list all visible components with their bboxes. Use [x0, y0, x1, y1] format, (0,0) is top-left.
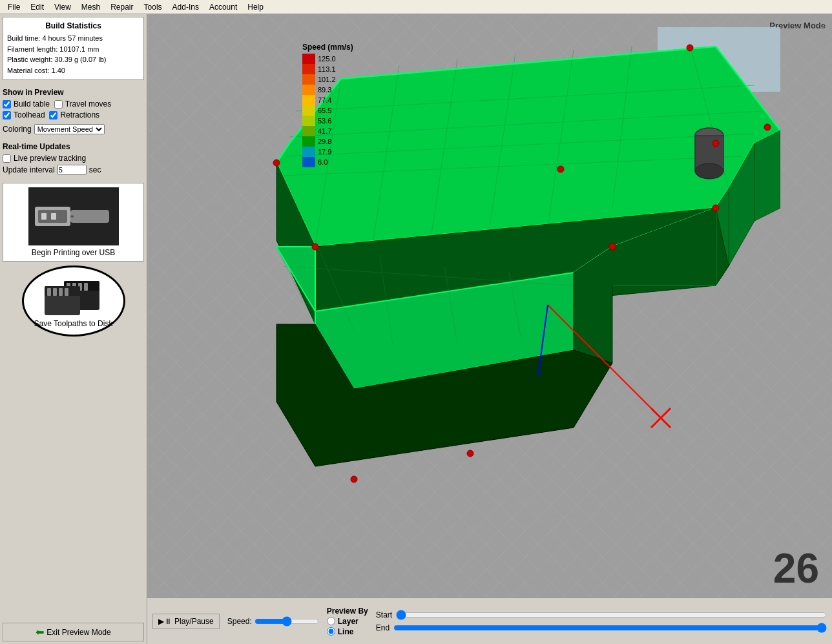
update-interval-unit: sec: [89, 165, 101, 174]
color-bar: 125.0 113.1 101.2 89.3 77.4 65.5 53.6 41…: [302, 54, 353, 167]
play-pause-icon: ▶⏸: [158, 617, 172, 626]
menu-edit[interactable]: Edit: [25, 1, 49, 13]
usb-icon-area: [28, 187, 119, 245]
coloring-select[interactable]: Movement Speed Feature Type Temperature …: [34, 124, 105, 134]
toolhead-row: Toolhead Retractions: [3, 110, 144, 119]
menu-help[interactable]: Help: [242, 1, 269, 13]
live-preview-row: Live preview tracking: [3, 154, 144, 163]
layer-number: 26: [773, 545, 819, 592]
end-label: End: [376, 623, 390, 632]
svg-point-48: [687, 45, 693, 51]
usb-icon: [32, 191, 116, 242]
toolhead-checkbox[interactable]: [3, 111, 11, 119]
left-panel: Build Statistics Build time: 4 hours 57 …: [0, 14, 147, 644]
start-slider-row: Start: [376, 610, 827, 620]
svg-rect-3: [41, 213, 47, 220]
menu-file[interactable]: File: [3, 1, 25, 13]
svg-point-56: [467, 450, 473, 457]
update-interval-input[interactable]: [57, 165, 87, 175]
speed-legend: Speed (mm/s) 125.0 113.1 101.2 89.3 77.4…: [302, 43, 353, 167]
menu-repair[interactable]: Repair: [105, 1, 138, 13]
travel-moves-label: Travel moves: [65, 99, 112, 109]
realtime-updates-label: Real-time Updates: [3, 142, 144, 151]
realtime-updates-section: Real-time Updates Live preview tracking …: [3, 138, 144, 175]
sd-card-button[interactable]: Save Toolpaths to Disk: [22, 265, 125, 337]
speed-label: Speed:: [227, 617, 252, 626]
plastic-weight: Plastic weight: 30.39 g (0.07 lb): [7, 54, 140, 65]
material-cost: Material cost: 1.40: [7, 65, 140, 76]
svg-point-57: [351, 476, 357, 483]
build-stats-box: Build Statistics Build time: 4 hours 57 …: [3, 17, 144, 80]
svg-point-53: [712, 205, 719, 211]
line-radio-label: Line: [338, 627, 354, 636]
svg-rect-10: [84, 283, 88, 291]
svg-point-51: [712, 140, 719, 147]
line-radio-row: Line: [327, 627, 368, 636]
usb-print-button[interactable]: Begin Printing over USB: [3, 183, 144, 262]
start-label: Start: [376, 610, 392, 619]
menu-tools[interactable]: Tools: [139, 1, 167, 13]
bottom-toolbar: ▶⏸ Play/Pause Speed: Preview By Layer Li…: [147, 597, 832, 644]
build-table-checkbox[interactable]: [3, 100, 11, 109]
build-table-row: Build table Travel moves: [3, 99, 144, 109]
play-pause-label: Play/Pause: [174, 617, 214, 626]
interval-row: Update interval sec: [3, 165, 144, 175]
menu-bar: File Edit View Mesh Repair Tools Add-Ins…: [0, 0, 832, 14]
exit-preview-label: Exit Preview Mode: [47, 628, 110, 637]
exit-preview-button[interactable]: ⬅ Exit Preview Mode: [3, 623, 144, 641]
coloring-label: Coloring: [3, 125, 32, 134]
svg-rect-4: [51, 213, 56, 220]
preview-by-section: Preview By Layer Line: [327, 607, 368, 636]
end-slider[interactable]: [393, 623, 827, 633]
live-preview-label: Live preview tracking: [14, 154, 86, 163]
show-in-preview-label: Show in Preview: [3, 88, 144, 97]
print-object-svg: [186, 27, 780, 531]
svg-marker-31: [754, 130, 780, 221]
svg-point-52: [312, 244, 318, 250]
svg-point-49: [557, 166, 564, 172]
speed-control: Speed:: [227, 616, 319, 627]
menu-mesh[interactable]: Mesh: [76, 1, 105, 13]
svg-point-54: [764, 124, 771, 130]
toolhead-label: Toolhead: [14, 110, 45, 119]
svg-rect-16: [65, 288, 68, 296]
update-interval-label: Update interval: [3, 165, 55, 174]
menu-account[interactable]: Account: [204, 1, 242, 13]
start-end-section: Start End: [376, 610, 827, 633]
build-stats-title: Build Statistics: [7, 21, 140, 30]
viewport[interactable]: Speed (mm/s) 125.0 113.1 101.2 89.3 77.4…: [147, 14, 832, 644]
filament-length: Filament length: 10107.1 mm: [7, 44, 140, 55]
layer-radio[interactable]: [327, 617, 335, 625]
svg-point-50: [273, 160, 280, 166]
travel-moves-checkbox[interactable]: [54, 100, 63, 109]
speed-legend-title: Speed (mm/s): [302, 43, 353, 52]
start-slider[interactable]: [396, 610, 827, 620]
usb-print-label: Begin Printing over USB: [32, 248, 115, 257]
preview-by-label: Preview By: [327, 607, 368, 616]
svg-rect-13: [47, 288, 51, 296]
exit-arrow-icon: ⬅: [36, 626, 44, 638]
build-time: Build time: 4 hours 57 minutes: [7, 33, 140, 44]
svg-point-47: [695, 163, 723, 179]
retractions-checkbox[interactable]: [49, 111, 57, 119]
coloring-row: Coloring Movement Speed Feature Type Tem…: [3, 124, 144, 134]
svg-rect-0: [70, 210, 109, 223]
layer-radio-row: Layer: [327, 617, 368, 626]
end-slider-row: End: [376, 623, 827, 633]
speed-slider[interactable]: [255, 616, 319, 627]
svg-point-55: [609, 244, 616, 250]
layer-radio-label: Layer: [338, 617, 359, 626]
sd-card-icon: [38, 275, 109, 317]
sd-card-label: Save Toolpaths to Disk: [34, 319, 113, 328]
svg-rect-14: [53, 288, 57, 296]
svg-rect-15: [59, 288, 63, 296]
play-pause-button[interactable]: ▶⏸ Play/Pause: [152, 614, 220, 629]
line-radio[interactable]: [327, 627, 335, 636]
menu-addins[interactable]: Add-Ins: [167, 1, 204, 13]
retractions-label: Retractions: [60, 110, 99, 119]
menu-view[interactable]: View: [49, 1, 76, 13]
live-preview-checkbox[interactable]: [3, 154, 11, 163]
build-table-label: Build table: [14, 99, 50, 109]
